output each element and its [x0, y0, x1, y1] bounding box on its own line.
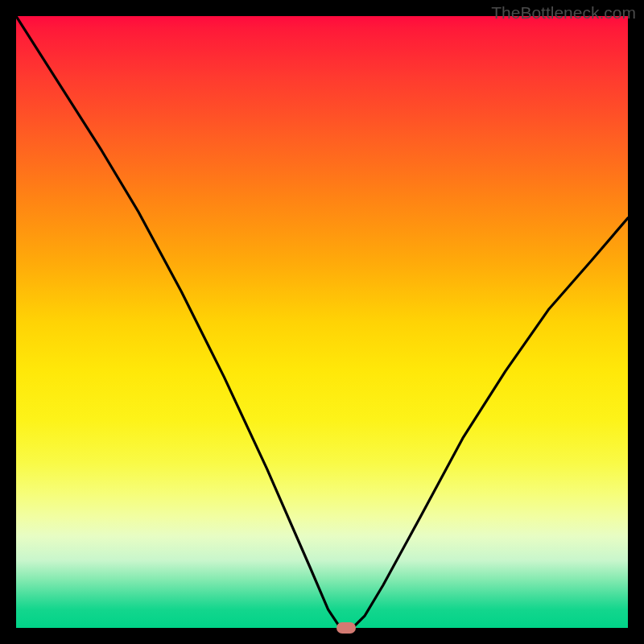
target-marker	[336, 622, 356, 634]
bottleneck-curve	[16, 16, 628, 628]
watermark-text: TheBottleneck.com	[491, 3, 636, 23]
chart-plot-area	[16, 16, 628, 628]
